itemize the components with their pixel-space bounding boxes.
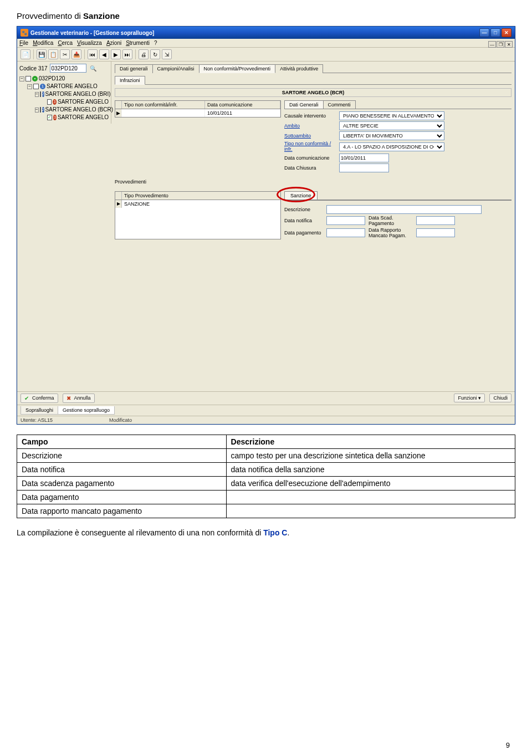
lbl-data-chiusura: Data Chiusura (284, 165, 337, 171)
subtab-infrazioni[interactable]: Infrazioni (115, 76, 145, 85)
tab-dati-generali[interactable]: Dati generali (115, 64, 153, 73)
menu-azioni[interactable]: Azioni (106, 40, 121, 46)
td: Data rapporto mancato pagamento (17, 504, 227, 518)
select-causale[interactable]: PIANO BENESSERE IN ALLEVAMENTO (339, 111, 444, 120)
mdi-restore-button[interactable]: ❐ (497, 41, 504, 48)
link-sottoambito[interactable]: Sottoambito (284, 133, 337, 139)
toolbar-cut-icon[interactable]: ✂ (60, 49, 70, 59)
tab-non-conformita[interactable]: Non conformità/Provvedimenti (199, 64, 276, 73)
footer-bar: Conferma Annulla Funzioni ▾ Chiudi (17, 391, 515, 405)
input-data-rapporto[interactable] (416, 228, 455, 237)
tree-node-3[interactable]: SARTORE ANGELO (58, 98, 109, 106)
window-title: Gestionale veterinario - [Gestione sopra… (30, 30, 479, 36)
app-icon: 🐾 (21, 29, 28, 37)
app-window: 🐾 Gestionale veterinario - [Gestione sop… (17, 26, 515, 425)
menu-help[interactable]: ? (154, 40, 157, 46)
menubar: FFileile Modifica Cerca Visualizza Azion… (17, 39, 515, 48)
chiudi-button[interactable]: Chiudi (489, 394, 511, 402)
tree-node-1[interactable]: SARTORE ANGELO (47, 83, 98, 90)
footer-tab-gestione[interactable]: Gestione sopralluogo (58, 406, 115, 415)
prov-cell-tipo[interactable]: SANZIONE (122, 200, 280, 208)
lbl-data-scad-pagamento: Data Scad. Pagamento (369, 215, 413, 226)
tree-node-root[interactable]: 032PD120 (39, 75, 65, 83)
search-icon[interactable]: 🔍 (89, 64, 98, 73)
lbl-data-rapporto: Data Rapporto Mancato Pagam. (369, 227, 413, 238)
th-descrizione: Descrizione (226, 435, 515, 448)
input-data-comunicazione[interactable] (339, 154, 389, 162)
footer-tabs: Sopralluoghi Gestione sopralluogo (17, 405, 515, 416)
grid-col-data: Data comunicazione (205, 101, 280, 109)
toolbar-print-icon[interactable]: 🖨 (139, 49, 149, 59)
td: Data pagamento (17, 490, 227, 504)
footer-tab-sopralluoghi[interactable]: Sopralluoghi (21, 406, 58, 415)
infrazioni-grid[interactable]: Tipo non conformità/infr. Data comunicaz… (115, 100, 281, 118)
tree-node-5[interactable]: SARTORE ANGELO (58, 114, 109, 121)
cross-icon (66, 395, 73, 401)
td (226, 490, 515, 504)
minimize-button[interactable]: — (479, 28, 489, 37)
menu-modifica[interactable]: Modifica (33, 40, 53, 46)
toolbar-nav-last-icon[interactable]: ⏭ (122, 49, 132, 59)
td: data notifica della sanzione (226, 462, 515, 476)
toolbar-nav-next-icon[interactable]: ▶ (111, 49, 121, 59)
provvedimenti-grid[interactable]: Tipo Provvedimento ▶ SANZIONE (115, 191, 281, 239)
inner-tab-commenti[interactable]: Commenti (323, 100, 356, 109)
td: campo testo per una descrizione sintetic… (226, 448, 515, 462)
toolbar-save-icon[interactable]: 💾 (37, 49, 47, 59)
toolbar-refresh-icon[interactable]: ↻ (150, 49, 160, 59)
lbl-data-comunicazione: Data comunicazione (284, 155, 337, 161)
prov-col-tipo: Tipo Provvedimento (122, 192, 280, 200)
tree-view[interactable]: −•032PD120 −1SARTORE ANGELO −2SARTORE AN… (19, 75, 109, 121)
input-data-notifica[interactable] (326, 216, 365, 225)
link-ambito[interactable]: Ambito (284, 123, 337, 129)
inner-tab-dati[interactable]: Dati Generali (284, 100, 324, 109)
funzioni-button[interactable]: Funzioni ▾ (454, 394, 485, 402)
section-title: Provvedimento di Sanzione (17, 11, 515, 21)
grid-col-tipo: Tipo non conformità/infr. (122, 101, 205, 109)
tipo-c-bold: Tipo C (263, 528, 287, 537)
annulla-button[interactable]: Annulla (63, 394, 95, 403)
tab-sanzione[interactable]: Sanzione (284, 191, 318, 200)
conferma-button[interactable]: Conferma (21, 394, 58, 403)
link-tipo-nonconf[interactable]: Tipo non conformità / infr. (284, 141, 337, 152)
toolbar-new-icon[interactable]: 📄 (21, 49, 30, 59)
select-sottoambito[interactable]: LIBERTA' DI MOVIMENTO (339, 131, 444, 140)
input-data-scad-pagamento[interactable] (416, 216, 455, 225)
codice-label: Codice 317 (19, 65, 48, 71)
right-pane: Dati generali Campioni/Analisi Non confo… (111, 62, 515, 391)
title-prefix: Provvedimento di (17, 11, 83, 21)
tree-node-4[interactable]: SARTORE ANGELO (BCR) (45, 106, 113, 114)
select-ambito[interactable]: ALTRE SPECIE (339, 121, 444, 130)
toolbar-export-icon[interactable]: ⇲ (162, 49, 172, 59)
menu-strumenti[interactable]: Strumenti (126, 40, 150, 46)
mdi-close-button[interactable]: ✕ (505, 41, 513, 48)
menu-cerca[interactable]: Cerca (58, 40, 73, 46)
toolbar-nav-prev-icon[interactable]: ◀ (99, 49, 109, 59)
grid-cell-tipo[interactable] (122, 109, 205, 117)
menu-visualizza[interactable]: Visualizza (77, 40, 102, 46)
toolbar: 📄 💾 📋 ✂ 📥 ⏮ ◀ ▶ ⏭ 🖨 ↻ ⇲ (17, 48, 515, 62)
toolbar-copy-icon[interactable]: 📋 (48, 49, 58, 59)
toolbar-nav-first-icon[interactable]: ⏮ (88, 49, 98, 59)
title-keyword: Sanzione (83, 11, 120, 21)
mdi-minimize-button[interactable]: — (488, 41, 496, 48)
row-marker-icon: ▶ (115, 200, 122, 208)
grid-cell-data[interactable]: 10/01/2011 (205, 109, 280, 117)
td: data verifica dell'esecuzione dell'ademp… (226, 476, 515, 490)
tab-campioni[interactable]: Campioni/Analisi (152, 64, 200, 73)
toolbar-paste-icon[interactable]: 📥 (71, 49, 81, 59)
tree-node-2[interactable]: SARTORE ANGELO (BRI) (45, 90, 111, 98)
close-button[interactable]: ✕ (502, 28, 511, 37)
input-data-pagamento[interactable] (326, 228, 365, 237)
td (226, 504, 515, 518)
menu-file[interactable]: FFileile (19, 40, 28, 46)
check-icon (24, 395, 30, 401)
select-tipo-nonconf[interactable]: 4.A - LO SPAZIO A DISPOSIZIONE DI OGNI A… (339, 142, 444, 151)
codice-input[interactable] (50, 64, 86, 73)
maximize-button[interactable]: □ (490, 28, 500, 37)
tab-attivita[interactable]: Attività produttive (275, 64, 323, 73)
input-data-chiusura[interactable] (339, 164, 389, 172)
input-descrizione[interactable] (326, 205, 482, 214)
td: Data notifica (17, 462, 227, 476)
chevron-down-icon: ▾ (478, 395, 481, 401)
